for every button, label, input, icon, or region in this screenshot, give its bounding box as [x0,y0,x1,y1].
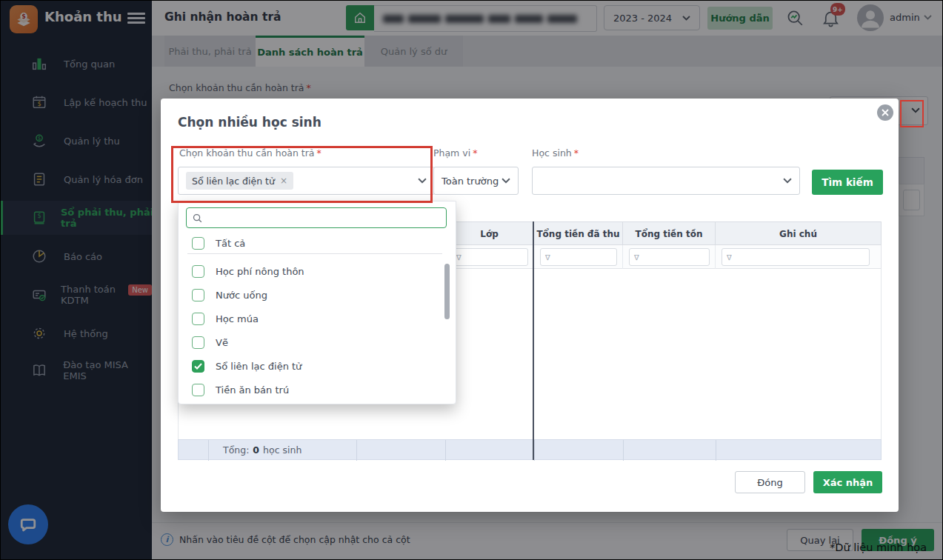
filter-input-tong-tien-da-thu[interactable]: ∇ [540,248,617,266]
filter-input-tong-tien-ton[interactable]: ∇ [629,248,710,266]
option-select-all[interactable]: Tất cả [179,231,442,255]
required-marker: * [574,147,579,159]
close-button[interactable]: Đóng [735,471,805,493]
table-header-cell-tong-tien-ton[interactable]: Tổng tiền tồn [623,222,716,246]
dropdown-search-input[interactable] [186,207,447,228]
remove-chip-icon[interactable]: × [280,176,287,186]
checkbox-checked-icon[interactable] [192,360,204,373]
option-ve[interactable]: Vẽ [179,330,442,354]
student-field-label: Học sinh* [532,147,579,159]
option-label: Học phí nông thôn [216,266,304,277]
table-header-cell-tong-tien-da-thu[interactable]: Tổng tiền đã thu [534,222,623,246]
scope-field-label: Phạm vi* [433,147,477,159]
search-icon [192,213,203,224]
summary-suffix: học sinh [263,444,301,456]
required-marker: * [317,147,321,159]
summary-count: 0 [253,444,259,456]
funnel-icon: ∇ [634,253,639,261]
option-label: Học múa [216,313,259,324]
checkbox-icon[interactable] [192,237,204,250]
table-header-cell-ghi-chu[interactable]: Ghi chú [716,222,881,246]
student-select[interactable] [532,167,800,195]
demo-data-watermark: *Dữ liệu minh họa [830,541,927,553]
divider [187,253,442,254]
chevron-down-icon [502,178,510,184]
fee-multiselect[interactable]: Sổ liên lạc điện tử × [178,167,435,195]
checkbox-icon[interactable] [192,265,204,278]
modal-title: Chọn nhiều học sinh [178,115,321,130]
option-so-lien-lac-dien-tu[interactable]: Sổ liên lạc điện tử [179,354,442,378]
option-label: Tiền ăn bán trú [216,384,289,396]
option-nuoc-uong[interactable]: Nước uống [179,283,442,307]
chevron-down-icon [783,178,792,184]
option-label: Tất cả [216,238,245,249]
search-button[interactable]: Tìm kiếm [812,170,883,195]
checkbox-icon[interactable] [192,336,204,349]
scope-select[interactable]: Toàn trường [433,167,519,195]
checkbox-icon[interactable] [192,313,204,325]
filter-input-lop[interactable]: ∇ [451,248,528,266]
option-hoc-mua[interactable]: Học múa [179,307,442,330]
funnel-icon: ∇ [456,253,461,261]
summary-prefix: Tổng: [223,444,249,456]
scrollbar-thumb[interactable] [444,264,450,319]
frozen-column-divider [533,221,534,460]
option-hoc-phi-nong-thon[interactable]: Học phí nông thôn [179,259,442,283]
fee-field-label: Chọn khoản thu cần hoàn trả* [179,147,321,159]
required-marker: * [473,147,477,159]
scope-value: Toàn trường [441,176,499,187]
funnel-icon: ∇ [727,253,732,261]
checkbox-icon[interactable] [192,384,204,396]
confirm-button[interactable]: Xác nhận [813,471,882,493]
checkbox-icon[interactable] [192,289,204,301]
funnel-icon: ∇ [545,253,550,261]
selected-fee-chip: Sổ liên lạc điện tử × [186,172,293,190]
option-label: Sổ liên lạc điện tử [216,361,301,372]
option-tien-an-ban-tru[interactable]: Tiền ăn bán trú [179,378,442,401]
close-icon[interactable] [877,104,893,121]
option-label: Vẽ [216,337,228,348]
students-table-summary: Tổng: 0 học sinh [178,439,882,460]
table-header-cell-lop[interactable]: Lớp [445,222,534,246]
chevron-down-icon [418,178,427,184]
filter-input-ghi-chu[interactable]: ∇ [722,248,870,266]
fee-dropdown-panel: Tất cả Học phí nông thôn Nước uống Học m… [178,201,456,404]
option-label: Nước uống [216,290,267,301]
